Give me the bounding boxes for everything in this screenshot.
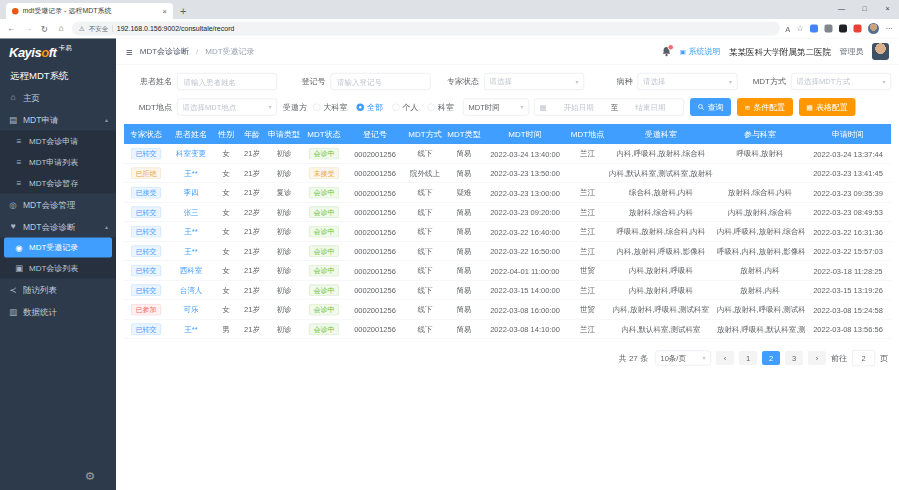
cell-mdt-type: 简易 <box>446 144 482 163</box>
browser-profile-avatar[interactable] <box>868 23 879 34</box>
patient-name-link[interactable]: 李四 <box>184 188 199 197</box>
sidebar-item[interactable]: ◉MDT受邀记录 <box>4 238 112 258</box>
sidebar-item-label: MDT受邀记录 <box>29 242 78 253</box>
patient-name-input[interactable] <box>183 77 272 87</box>
mdt-mode-select[interactable]: 请选择MDT方式▾ <box>791 73 891 90</box>
not-secure-warning-icon: ⚠ <box>79 25 85 33</box>
apply-icon: ▤ <box>8 114 18 125</box>
close-button[interactable]: × <box>876 0 899 16</box>
prev-page-button[interactable]: ‹ <box>716 351 734 365</box>
cell-invited: 呼吸科,放射科,综合科,内科 <box>607 222 715 242</box>
maximize-button[interactable]: □ <box>853 0 876 16</box>
condition-config-button[interactable]: ≋ 条件配置 <box>737 98 793 116</box>
table-row: 已转交科室变更女21岁初诊会诊中0002001256线下简易2022-03-24… <box>124 144 891 163</box>
cell-gender: 女 <box>214 222 238 242</box>
browser-tab[interactable]: mdt受邀记录 - 远程MDT系统 × <box>6 3 173 19</box>
gear-icon[interactable]: ⚙ <box>85 470 95 484</box>
table-row: 已拒绝王**女21岁初诊未接受0002001256院外线上简易2022-03-2… <box>124 163 891 183</box>
sidebar-item[interactable]: ⌂主页 <box>0 87 116 109</box>
avatar[interactable] <box>872 43 889 60</box>
patient-name-link[interactable]: 张三 <box>184 207 199 216</box>
patient-name-link[interactable]: 王** <box>184 246 197 255</box>
table-header-row: 专家状态患者姓名性别年龄申请类型MDT状态登记号MDT方式MDT类型MDT时间M… <box>124 124 891 144</box>
invitee-radio-option[interactable]: 个人 <box>392 102 419 113</box>
browser-menu-icon[interactable]: ⋯ <box>886 24 894 33</box>
sidebar-item[interactable]: ▣MDT会诊列表 <box>0 258 116 279</box>
table-config-button[interactable]: ▦ 表格配置 <box>799 98 856 116</box>
page-button[interactable]: 2 <box>762 351 780 365</box>
reg-no-field: 登记号 <box>278 73 431 90</box>
sidebar-item[interactable]: ≡MDT会诊暂存 <box>0 173 116 194</box>
new-tab-button[interactable]: + <box>180 6 186 17</box>
cell-expert-status: 已转交 <box>124 144 168 163</box>
minimize-button[interactable]: — <box>830 0 853 16</box>
cell-invited: 综合科,放射科,内科 <box>607 183 715 203</box>
page-button[interactable]: 3 <box>785 351 803 365</box>
extension-icon[interactable] <box>839 25 847 33</box>
sidebar-item[interactable]: ≺随访列表 <box>0 279 116 301</box>
home-icon: ⌂ <box>8 93 18 103</box>
sidebar-item[interactable]: ◎MDT会诊管理 <box>0 194 116 216</box>
patient-name-link[interactable]: 台湾人 <box>180 285 203 294</box>
cell-age: 21岁 <box>238 144 266 163</box>
breadcrumb-current: MDT受邀记录 <box>205 46 254 57</box>
mdt-place-select[interactable]: 请选择MDT地点▾ <box>177 99 277 116</box>
read-aloud-icon[interactable]: A <box>785 24 790 33</box>
sidebar-item[interactable]: ▥数据统计 <box>0 301 116 323</box>
invitee-radio-option[interactable]: 科室 <box>428 102 455 113</box>
back-icon[interactable]: ← <box>6 24 17 34</box>
breadcrumb-parent[interactable]: MDT会诊诊断 <box>140 46 189 57</box>
record-icon: ◉ <box>14 242 24 253</box>
chevron-down-icon: ▾ <box>702 355 705 362</box>
search-button[interactable]: 查询 <box>690 98 731 116</box>
date-range-picker[interactable]: ▦ 开始日期 至 结束日期 <box>534 99 684 116</box>
url-bar[interactable]: ⚠ 不安全 192.168.0.156:9002/consultale/reco… <box>72 22 780 36</box>
system-help-link[interactable]: ▣ 系统说明 <box>680 46 721 57</box>
patient-name-link[interactable]: 王** <box>184 324 197 333</box>
favorite-star-icon[interactable]: ☆ <box>797 24 804 33</box>
sidebar-item[interactable]: ▤MDT申请▴ <box>0 109 116 131</box>
refresh-icon[interactable]: ↻ <box>39 23 50 34</box>
sidebar-item[interactable]: ♥MDT会诊诊断▴ <box>0 216 116 238</box>
cell-mdt-time: 2022-03-23 13:50:00 <box>482 163 568 183</box>
mdt-time-select[interactable]: MDT时间▾ <box>463 99 529 116</box>
patient-name-link[interactable]: 科室变更 <box>176 149 206 158</box>
cell-gender: 女 <box>214 261 238 281</box>
sidebar-item[interactable]: ≡MDT申请列表 <box>0 152 116 173</box>
cell-apply-type: 初诊 <box>266 280 302 300</box>
cell-mode: 线下 <box>404 183 446 203</box>
patient-name-link[interactable]: 西科室 <box>180 266 203 275</box>
forward-icon[interactable]: → <box>23 24 34 34</box>
reg-no-input[interactable] <box>336 77 425 87</box>
invitee-radio-option[interactable]: 全部 <box>357 102 384 113</box>
extension-icon[interactable] <box>825 25 833 33</box>
page-button[interactable]: 1 <box>739 351 757 365</box>
sidebar-item[interactable]: ≡MDT会诊申请 <box>0 131 116 152</box>
expert-status-select[interactable]: 请选择▾ <box>484 73 584 90</box>
disease-select[interactable]: 请选择▾ <box>638 73 738 90</box>
pagination: 共 27 条 10条/页▾ ‹ 123 › 前往 2 页 <box>124 350 891 366</box>
radio-option-label: 个人 <box>403 102 419 113</box>
goto-unit: 页 <box>880 353 888 364</box>
hamburger-icon[interactable]: ≡ <box>126 45 133 59</box>
column-header: MDT地点 <box>568 124 607 144</box>
page-size-select[interactable]: 10条/页▾ <box>655 351 711 366</box>
patient-name-link[interactable]: 可乐 <box>184 305 199 314</box>
table-body: 已转交科室变更女21岁初诊会诊中0002001256线下简易2022-03-24… <box>124 144 891 339</box>
mdt-place-field: MDT地点 请选择MDT地点▾ <box>124 99 277 116</box>
system-help-label: 系统说明 <box>689 46 721 57</box>
column-header: 受邀科室 <box>607 124 715 144</box>
cell-reg-no: 0002001256 <box>346 241 404 261</box>
patient-name-link[interactable]: 王** <box>184 227 197 236</box>
home-nav-icon[interactable]: ⌂ <box>56 24 67 34</box>
extension-icon[interactable] <box>810 25 818 33</box>
sidebar-item-label: MDT会诊申请 <box>29 136 78 147</box>
extension-icon[interactable] <box>854 25 862 33</box>
goto-page-input[interactable]: 2 <box>852 350 875 366</box>
next-page-button[interactable]: › <box>808 351 826 365</box>
cell-reg-no: 0002001256 <box>346 202 404 222</box>
tab-close-icon[interactable]: × <box>162 7 167 16</box>
notification-bell-icon[interactable] <box>661 46 671 57</box>
patient-name-link[interactable]: 王** <box>184 168 197 177</box>
invitee-radio-option[interactable]: 大科室 <box>313 102 348 113</box>
